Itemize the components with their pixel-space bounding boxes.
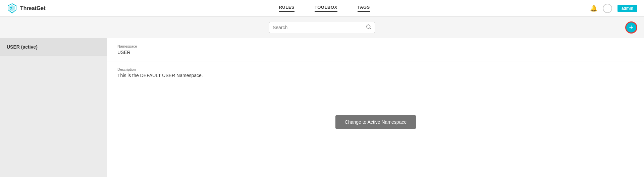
search-icon-button[interactable] [366,24,371,31]
svg-line-4 [370,28,371,29]
change-namespace-button[interactable]: Change to Active Namespace [335,115,416,129]
description-section: Description This is the DEFAULT USER Nam… [107,61,644,105]
search-row: + [0,17,644,38]
detail-panel: Namespace USER Description This is the D… [107,38,644,177]
svg-text:7: 7 [10,6,12,11]
nav-item-toolbox[interactable]: TOOLBOX [315,5,337,12]
navbar: 7 ThreatGet RULES TOOLBOX TAGS 🔔 admin [0,0,644,17]
brand: 7 ThreatGet [7,3,46,14]
search-container [269,22,375,33]
nav-item-rules[interactable]: RULES [279,5,294,12]
main-content: USER (active) Namespace USER Description… [0,38,644,177]
description-label: Description [117,67,634,71]
nav-item-tags[interactable]: TAGS [358,5,370,12]
search-icon [366,24,371,30]
search-input[interactable] [273,25,366,30]
nav-menu: RULES TOOLBOX TAGS [59,5,590,12]
namespace-section: Namespace USER [107,38,644,61]
notification-bell-icon[interactable]: 🔔 [590,5,597,12]
sidebar-item-user-active[interactable]: USER (active) [0,38,107,56]
namespace-value: USER [117,50,634,55]
namespace-label: Namespace [117,44,634,48]
sidebar: USER (active) [0,38,107,177]
admin-badge[interactable]: admin [618,5,637,12]
add-button[interactable]: + [625,21,637,34]
action-row: Change to Active Namespace [107,105,644,139]
user-avatar [603,4,612,13]
navbar-right: 🔔 admin [590,4,637,13]
brand-name: ThreatGet [20,5,46,11]
description-value: This is the DEFAULT USER Namespace. [117,73,634,78]
brand-logo-icon: 7 [7,3,17,14]
